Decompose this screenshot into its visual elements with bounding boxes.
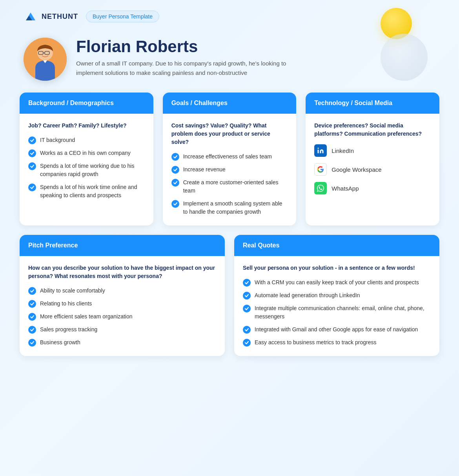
list-item: Relating to his clients xyxy=(28,300,216,308)
check-icon xyxy=(28,300,36,308)
google-label: Google Workspace xyxy=(332,166,381,173)
check-icon xyxy=(28,326,36,334)
tech-card-question: Device preferences? Social media platfor… xyxy=(314,122,431,138)
social-item-google: Google Workspace xyxy=(314,163,431,176)
social-item-linkedin: LinkedIn xyxy=(314,144,431,157)
check-icon xyxy=(28,183,36,191)
nethunt-logo-icon xyxy=(24,9,38,24)
list-item: Implement a smooth scaling system able t… xyxy=(171,200,288,216)
goals-item-1: Increase effectiveness of sales team xyxy=(183,153,272,161)
list-item: Business growth xyxy=(28,338,216,347)
svg-rect-7 xyxy=(318,150,319,153)
whatsapp-label: WhatsApp xyxy=(332,185,359,192)
pitch-item-5: Business growth xyxy=(40,338,80,347)
tech-card-header: Technology / Social Media xyxy=(306,93,439,114)
list-item: Create a more customer-oriented sales te… xyxy=(171,178,288,195)
svg-point-8 xyxy=(318,148,319,149)
linkedin-icon xyxy=(314,144,327,157)
background-item-2: Works as a CEO in his own company xyxy=(40,149,131,157)
persona-name: Florian Roberts xyxy=(76,38,296,56)
goals-card: Goals / Challenges Cost savings? Value? … xyxy=(163,93,297,225)
whatsapp-icon xyxy=(314,182,327,194)
hero-text: Florian Roberts Owner of a small IT comp… xyxy=(76,38,296,78)
check-icon xyxy=(243,305,251,312)
top-cards-row: Background / Demographics Job? Career Pa… xyxy=(0,93,459,235)
pitch-check-list: Ability to scale comfortably Relating to… xyxy=(28,287,216,347)
check-icon xyxy=(28,162,36,170)
linkedin-label: LinkedIn xyxy=(332,147,354,154)
hero-section: Florian Roberts Owner of a small IT comp… xyxy=(0,30,459,93)
background-card-question: Job? Career Path? Family? Lifestyle? xyxy=(28,122,145,130)
tech-card-body: Device preferences? Social media platfor… xyxy=(306,114,439,204)
list-item: More efficient sales team organization xyxy=(28,312,216,321)
check-icon xyxy=(28,136,36,144)
tech-card: Technology / Social Media Device prefere… xyxy=(306,93,439,225)
pitch-card-title: Pitch Preference xyxy=(28,242,216,249)
quotes-card: Real Quotes Sell your persona on your so… xyxy=(234,235,439,356)
list-item: Easy access to business metrics to track… xyxy=(243,338,431,347)
list-item: Ability to scale comfortably xyxy=(28,287,216,295)
goals-item-3: Create a more customer-oriented sales te… xyxy=(183,178,288,195)
goals-card-title: Goals / Challenges xyxy=(171,100,288,107)
tech-card-title: Technology / Social Media xyxy=(314,100,431,107)
background-item-1: IT background xyxy=(40,136,75,144)
list-item: Works as a CEO in his own company xyxy=(28,149,145,157)
check-icon xyxy=(243,279,251,287)
pitch-item-2: Relating to his clients xyxy=(40,300,92,308)
social-item-whatsapp: WhatsApp xyxy=(314,182,431,194)
check-icon xyxy=(28,149,36,157)
list-item: Spends a lot of time working due to his … xyxy=(28,162,145,178)
quotes-card-title: Real Quotes xyxy=(243,242,431,249)
quotes-card-body: Sell your persona on your solution - in … xyxy=(234,256,439,356)
google-icon xyxy=(314,163,327,176)
check-icon xyxy=(171,153,179,161)
check-icon xyxy=(171,179,179,187)
check-icon xyxy=(243,339,251,347)
pitch-card-body: How can you describe your solution to ha… xyxy=(20,256,225,356)
quotes-card-question: Sell your persona on your solution - in … xyxy=(243,264,431,272)
quotes-check-list: With a CRM you can easily keep track of … xyxy=(243,278,431,347)
check-icon xyxy=(171,166,179,174)
gray-decoration xyxy=(381,34,428,81)
list-item: Increase revenue xyxy=(171,165,288,174)
background-check-list: IT background Works as a CEO in his own … xyxy=(28,136,145,200)
check-icon xyxy=(28,287,36,295)
goals-card-body: Cost savings? Value? Quality? What probl… xyxy=(163,114,297,225)
quote-item-5: Easy access to business metrics to track… xyxy=(255,338,376,347)
pitch-item-3: More efficient sales team organization xyxy=(40,312,133,321)
pitch-card-question: How can you describe your solution to ha… xyxy=(28,264,216,280)
logo-area: NETHUNT xyxy=(24,9,78,24)
list-item: IT background xyxy=(28,136,145,144)
pitch-item-1: Ability to scale comfortably xyxy=(40,287,105,295)
quote-item-4: Integrated with Gmail and other Google a… xyxy=(255,325,418,334)
check-icon xyxy=(243,292,251,300)
check-icon xyxy=(243,326,251,334)
goals-card-header: Goals / Challenges xyxy=(163,93,297,114)
quotes-card-header: Real Quotes xyxy=(234,235,439,256)
check-icon xyxy=(28,313,36,321)
quote-item-2: Automate lead generation through LinkedI… xyxy=(255,291,360,300)
goals-check-list: Increase effectiveness of sales team Inc… xyxy=(171,153,288,216)
background-card-title: Background / Demographics xyxy=(28,100,145,107)
goals-card-question: Cost savings? Value? Quality? What probl… xyxy=(171,122,288,146)
avatar xyxy=(24,38,67,81)
list-item: Integrated with Gmail and other Google a… xyxy=(243,325,431,334)
check-icon xyxy=(171,200,179,208)
social-list: LinkedIn Google Workspace WhatsApp xyxy=(314,144,431,194)
quote-item-3: Integrate multiple communication channel… xyxy=(255,304,431,321)
check-icon xyxy=(28,339,36,347)
bottom-cards-row: Pitch Preference How can you describe yo… xyxy=(0,235,459,372)
list-item: Integrate multiple communication channel… xyxy=(243,304,431,321)
background-card-body: Job? Career Path? Family? Lifestyle? IT … xyxy=(20,114,153,209)
goals-item-2: Increase revenue xyxy=(183,165,226,174)
list-item: Automate lead generation through LinkedI… xyxy=(243,291,431,300)
list-item: Sales progress tracking xyxy=(28,325,216,334)
pitch-card: Pitch Preference How can you describe yo… xyxy=(20,235,225,356)
pitch-item-4: Sales progress tracking xyxy=(40,325,97,334)
list-item: Spends a lot of his work time online and… xyxy=(28,183,145,200)
list-item: With a CRM you can easily keep track of … xyxy=(243,278,431,287)
avatar-illustration xyxy=(24,38,67,81)
background-card-header: Background / Demographics xyxy=(20,93,153,114)
background-item-3: Spends a lot of time working due to his … xyxy=(40,162,145,178)
background-card: Background / Demographics Job? Career Pa… xyxy=(20,93,153,225)
